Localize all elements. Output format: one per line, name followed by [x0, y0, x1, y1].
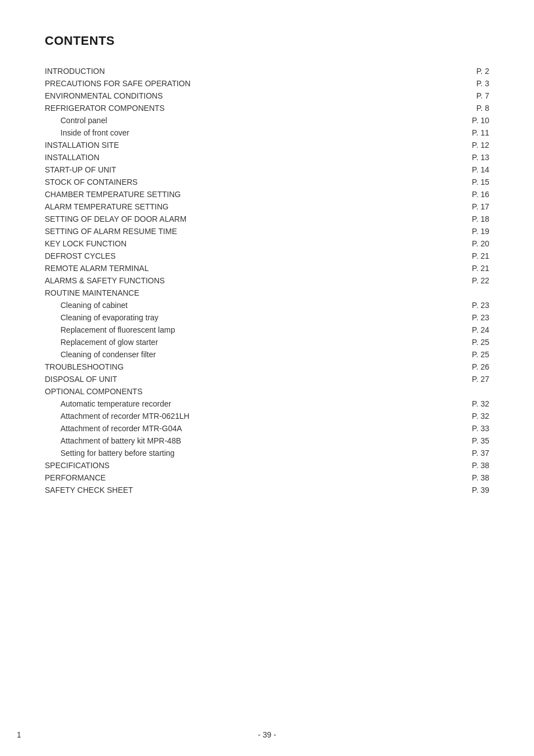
toc-entry-label: PRECAUTIONS FOR SAFE OPERATION	[45, 77, 435, 90]
toc-entry-label: STOCK OF CONTAINERS	[45, 176, 435, 188]
toc-entry-label: Cleaning of condenser filter	[45, 348, 435, 361]
toc-entry-page: P. 35	[435, 435, 489, 447]
toc-row: Cleaning of cabinetP. 23	[45, 299, 489, 311]
toc-entry-page	[435, 385, 489, 398]
toc-entry-label: Control panel	[45, 114, 435, 127]
toc-entry-page: P. 33	[435, 422, 489, 435]
toc-row: DEFROST CYCLESP. 21	[45, 250, 489, 262]
toc-entry-label: REFRIGERATOR COMPONENTS	[45, 102, 435, 114]
toc-row: SPECIFICATIONSP. 38	[45, 459, 489, 472]
toc-row: OPTIONAL COMPONENTS	[45, 385, 489, 398]
toc-row: INSTALLATION SITEP. 12	[45, 139, 489, 151]
toc-row: ALARM TEMPERATURE SETTINGP. 17	[45, 200, 489, 213]
toc-entry-page: P. 10	[435, 114, 489, 127]
footer-page-number: - 39 -	[258, 730, 277, 739]
toc-entry-page: P. 38	[435, 459, 489, 472]
toc-row: REFRIGERATOR COMPONENTSP. 8	[45, 102, 489, 114]
toc-row: Control panelP. 10	[45, 114, 489, 127]
toc-row: SETTING OF DELAY OF DOOR ALARMP. 18	[45, 213, 489, 225]
toc-entry-page: P. 26	[435, 361, 489, 373]
toc-entry-page: P. 21	[435, 250, 489, 262]
toc-entry-label: INSTALLATION SITE	[45, 139, 435, 151]
toc-entry-page: P. 23	[435, 299, 489, 311]
toc-entry-page: P. 25	[435, 336, 489, 348]
toc-entry-label: Cleaning of cabinet	[45, 299, 435, 311]
toc-entry-label: ENVIRONMENTAL CONDITIONS	[45, 90, 435, 102]
toc-entry-label: Replacement of glow starter	[45, 336, 435, 348]
toc-entry-page: P. 39	[435, 484, 489, 496]
toc-entry-label: ALARM TEMPERATURE SETTING	[45, 200, 435, 213]
toc-row: Cleaning of condenser filterP. 25	[45, 348, 489, 361]
toc-row: PRECAUTIONS FOR SAFE OPERATIONP. 3	[45, 77, 489, 90]
toc-entry-label: ROUTINE MAINTENANCE	[45, 287, 435, 299]
toc-row: Attachment of recorder MTR-G04AP. 33	[45, 422, 489, 435]
toc-row: Cleaning of evaporating trayP. 23	[45, 311, 489, 324]
toc-entry-page: P. 19	[435, 225, 489, 237]
toc-row: ENVIRONMENTAL CONDITIONSP. 7	[45, 90, 489, 102]
toc-row: Replacement of fluorescent lampP. 24	[45, 324, 489, 336]
toc-entry-page: P. 27	[435, 373, 489, 385]
toc-entry-label: DEFROST CYCLES	[45, 250, 435, 262]
toc-table: INTRODUCTIONP. 2PRECAUTIONS FOR SAFE OPE…	[45, 65, 489, 496]
toc-entry-page: P. 25	[435, 348, 489, 361]
toc-entry-page: P. 13	[435, 151, 489, 164]
toc-entry-page: P. 17	[435, 200, 489, 213]
toc-entry-label: CHAMBER TEMPERATURE SETTING	[45, 188, 435, 200]
toc-entry-page: P. 12	[435, 139, 489, 151]
toc-entry-page: P. 24	[435, 324, 489, 336]
page: CONTENTS INTRODUCTIONP. 2PRECAUTIONS FOR…	[0, 0, 534, 756]
corner-page-number: 1	[17, 730, 21, 739]
toc-entry-page: P. 16	[435, 188, 489, 200]
toc-entry-label: REMOTE ALARM TERMINAL	[45, 262, 435, 274]
toc-entry-label: SETTING OF DELAY OF DOOR ALARM	[45, 213, 435, 225]
toc-entry-page: P. 3	[435, 77, 489, 90]
toc-entry-page: P. 15	[435, 176, 489, 188]
toc-row: ROUTINE MAINTENANCE	[45, 287, 489, 299]
toc-row: DISPOSAL OF UNITP. 27	[45, 373, 489, 385]
toc-entry-label: Inside of front cover	[45, 127, 435, 139]
toc-entry-page: P. 32	[435, 398, 489, 410]
toc-row: INTRODUCTIONP. 2	[45, 65, 489, 77]
toc-entry-page: P. 8	[435, 102, 489, 114]
toc-row: Inside of front coverP. 11	[45, 127, 489, 139]
toc-entry-label: SPECIFICATIONS	[45, 459, 435, 472]
toc-row: Setting for battery before startingP. 37	[45, 447, 489, 459]
toc-entry-page: P. 32	[435, 410, 489, 422]
toc-entry-label: Attachment of recorder MTR-0621LH	[45, 410, 435, 422]
toc-row: SAFETY CHECK SHEETP. 39	[45, 484, 489, 496]
toc-entry-label: START-UP OF UNIT	[45, 164, 435, 176]
toc-row: Attachment of recorder MTR-0621LHP. 32	[45, 410, 489, 422]
toc-entry-page	[435, 287, 489, 299]
toc-entry-page: P. 37	[435, 447, 489, 459]
toc-entry-page: P. 11	[435, 127, 489, 139]
toc-entry-label: PERFORMANCE	[45, 472, 435, 484]
toc-row: Automatic temperature recorderP. 32	[45, 398, 489, 410]
toc-row: START-UP OF UNITP. 14	[45, 164, 489, 176]
toc-entry-label: Attachment of battery kit MPR-48B	[45, 435, 435, 447]
toc-entry-label: SETTING OF ALARM RESUME TIME	[45, 225, 435, 237]
toc-entry-page: P. 14	[435, 164, 489, 176]
toc-row: TROUBLESHOOTINGP. 26	[45, 361, 489, 373]
toc-entry-label: ALARMS & SAFETY FUNCTIONS	[45, 274, 435, 287]
toc-entry-label: Cleaning of evaporating tray	[45, 311, 435, 324]
toc-row: INSTALLATIONP. 13	[45, 151, 489, 164]
toc-row: Replacement of glow starterP. 25	[45, 336, 489, 348]
page-title: CONTENTS	[45, 34, 489, 48]
toc-entry-label: Automatic temperature recorder	[45, 398, 435, 410]
toc-entry-label: KEY LOCK FUNCTION	[45, 237, 435, 250]
toc-row: Attachment of battery kit MPR-48BP. 35	[45, 435, 489, 447]
toc-row: PERFORMANCEP. 38	[45, 472, 489, 484]
toc-entry-page: P. 21	[435, 262, 489, 274]
toc-entry-page: P. 7	[435, 90, 489, 102]
toc-row: CHAMBER TEMPERATURE SETTINGP. 16	[45, 188, 489, 200]
toc-entry-page: P. 20	[435, 237, 489, 250]
toc-row: KEY LOCK FUNCTIONP. 20	[45, 237, 489, 250]
toc-entry-page: P. 2	[435, 65, 489, 77]
toc-row: SETTING OF ALARM RESUME TIMEP. 19	[45, 225, 489, 237]
toc-entry-label: DISPOSAL OF UNIT	[45, 373, 435, 385]
toc-entry-label: Replacement of fluorescent lamp	[45, 324, 435, 336]
toc-entry-page: P. 18	[435, 213, 489, 225]
toc-entry-label: INTRODUCTION	[45, 65, 435, 77]
toc-entry-label: Attachment of recorder MTR-G04A	[45, 422, 435, 435]
toc-entry-label: SAFETY CHECK SHEET	[45, 484, 435, 496]
